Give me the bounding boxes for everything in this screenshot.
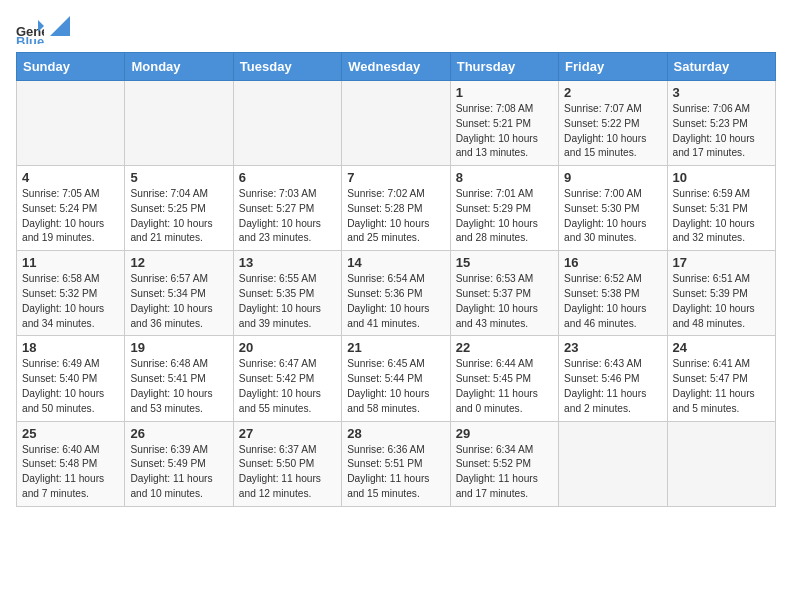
svg-marker-3 [50, 16, 70, 36]
day-info: Sunrise: 6:40 AM Sunset: 5:48 PM Dayligh… [22, 443, 119, 502]
calendar-cell: 5Sunrise: 7:04 AM Sunset: 5:25 PM Daylig… [125, 166, 233, 251]
day-info: Sunrise: 7:06 AM Sunset: 5:23 PM Dayligh… [673, 102, 770, 161]
day-number: 6 [239, 170, 336, 185]
day-info: Sunrise: 6:37 AM Sunset: 5:50 PM Dayligh… [239, 443, 336, 502]
day-info: Sunrise: 6:55 AM Sunset: 5:35 PM Dayligh… [239, 272, 336, 331]
day-number: 8 [456, 170, 553, 185]
day-info: Sunrise: 6:44 AM Sunset: 5:45 PM Dayligh… [456, 357, 553, 416]
day-number: 12 [130, 255, 227, 270]
calendar-cell: 29Sunrise: 6:34 AM Sunset: 5:52 PM Dayli… [450, 421, 558, 506]
day-info: Sunrise: 7:04 AM Sunset: 5:25 PM Dayligh… [130, 187, 227, 246]
day-number: 11 [22, 255, 119, 270]
logo-triangle-icon [50, 16, 70, 36]
calendar-cell: 8Sunrise: 7:01 AM Sunset: 5:29 PM Daylig… [450, 166, 558, 251]
calendar-cell [342, 81, 450, 166]
day-number: 27 [239, 426, 336, 441]
day-info: Sunrise: 7:00 AM Sunset: 5:30 PM Dayligh… [564, 187, 661, 246]
day-number: 15 [456, 255, 553, 270]
day-number: 5 [130, 170, 227, 185]
day-number: 2 [564, 85, 661, 100]
day-number: 28 [347, 426, 444, 441]
calendar-cell: 12Sunrise: 6:57 AM Sunset: 5:34 PM Dayli… [125, 251, 233, 336]
weekday-header-saturday: Saturday [667, 53, 775, 81]
calendar-week-5: 25Sunrise: 6:40 AM Sunset: 5:48 PM Dayli… [17, 421, 776, 506]
day-info: Sunrise: 6:49 AM Sunset: 5:40 PM Dayligh… [22, 357, 119, 416]
calendar-cell: 6Sunrise: 7:03 AM Sunset: 5:27 PM Daylig… [233, 166, 341, 251]
calendar-cell: 11Sunrise: 6:58 AM Sunset: 5:32 PM Dayli… [17, 251, 125, 336]
calendar-cell: 17Sunrise: 6:51 AM Sunset: 5:39 PM Dayli… [667, 251, 775, 336]
day-number: 26 [130, 426, 227, 441]
calendar-cell: 2Sunrise: 7:07 AM Sunset: 5:22 PM Daylig… [559, 81, 667, 166]
day-info: Sunrise: 6:39 AM Sunset: 5:49 PM Dayligh… [130, 443, 227, 502]
calendar-cell: 9Sunrise: 7:00 AM Sunset: 5:30 PM Daylig… [559, 166, 667, 251]
day-info: Sunrise: 6:58 AM Sunset: 5:32 PM Dayligh… [22, 272, 119, 331]
day-number: 21 [347, 340, 444, 355]
day-info: Sunrise: 6:43 AM Sunset: 5:46 PM Dayligh… [564, 357, 661, 416]
logo-icon: General Blue [16, 16, 44, 44]
day-number: 1 [456, 85, 553, 100]
calendar-cell: 16Sunrise: 6:52 AM Sunset: 5:38 PM Dayli… [559, 251, 667, 336]
day-number: 18 [22, 340, 119, 355]
day-info: Sunrise: 7:01 AM Sunset: 5:29 PM Dayligh… [456, 187, 553, 246]
calendar-cell: 18Sunrise: 6:49 AM Sunset: 5:40 PM Dayli… [17, 336, 125, 421]
calendar-cell: 13Sunrise: 6:55 AM Sunset: 5:35 PM Dayli… [233, 251, 341, 336]
day-number: 20 [239, 340, 336, 355]
weekday-header-friday: Friday [559, 53, 667, 81]
day-info: Sunrise: 6:57 AM Sunset: 5:34 PM Dayligh… [130, 272, 227, 331]
day-info: Sunrise: 6:54 AM Sunset: 5:36 PM Dayligh… [347, 272, 444, 331]
page-header: General Blue [16, 16, 776, 44]
day-info: Sunrise: 6:36 AM Sunset: 5:51 PM Dayligh… [347, 443, 444, 502]
day-info: Sunrise: 6:48 AM Sunset: 5:41 PM Dayligh… [130, 357, 227, 416]
day-info: Sunrise: 7:08 AM Sunset: 5:21 PM Dayligh… [456, 102, 553, 161]
weekday-header-monday: Monday [125, 53, 233, 81]
weekday-header-sunday: Sunday [17, 53, 125, 81]
calendar-week-4: 18Sunrise: 6:49 AM Sunset: 5:40 PM Dayli… [17, 336, 776, 421]
calendar-cell: 1Sunrise: 7:08 AM Sunset: 5:21 PM Daylig… [450, 81, 558, 166]
calendar-cell: 15Sunrise: 6:53 AM Sunset: 5:37 PM Dayli… [450, 251, 558, 336]
day-info: Sunrise: 6:51 AM Sunset: 5:39 PM Dayligh… [673, 272, 770, 331]
day-info: Sunrise: 6:52 AM Sunset: 5:38 PM Dayligh… [564, 272, 661, 331]
calendar-cell [559, 421, 667, 506]
day-info: Sunrise: 6:59 AM Sunset: 5:31 PM Dayligh… [673, 187, 770, 246]
svg-text:Blue: Blue [16, 34, 44, 44]
day-number: 19 [130, 340, 227, 355]
logo: General Blue [16, 16, 70, 44]
calendar-cell: 25Sunrise: 6:40 AM Sunset: 5:48 PM Dayli… [17, 421, 125, 506]
weekday-header-wednesday: Wednesday [342, 53, 450, 81]
calendar-cell: 23Sunrise: 6:43 AM Sunset: 5:46 PM Dayli… [559, 336, 667, 421]
day-number: 7 [347, 170, 444, 185]
calendar-cell: 10Sunrise: 6:59 AM Sunset: 5:31 PM Dayli… [667, 166, 775, 251]
calendar-cell: 22Sunrise: 6:44 AM Sunset: 5:45 PM Dayli… [450, 336, 558, 421]
calendar-table: SundayMondayTuesdayWednesdayThursdayFrid… [16, 52, 776, 507]
day-info: Sunrise: 7:03 AM Sunset: 5:27 PM Dayligh… [239, 187, 336, 246]
calendar-cell: 14Sunrise: 6:54 AM Sunset: 5:36 PM Dayli… [342, 251, 450, 336]
day-info: Sunrise: 6:47 AM Sunset: 5:42 PM Dayligh… [239, 357, 336, 416]
calendar-week-2: 4Sunrise: 7:05 AM Sunset: 5:24 PM Daylig… [17, 166, 776, 251]
calendar-cell: 19Sunrise: 6:48 AM Sunset: 5:41 PM Dayli… [125, 336, 233, 421]
calendar-cell [17, 81, 125, 166]
calendar-week-1: 1Sunrise: 7:08 AM Sunset: 5:21 PM Daylig… [17, 81, 776, 166]
day-number: 16 [564, 255, 661, 270]
day-number: 22 [456, 340, 553, 355]
calendar-header: SundayMondayTuesdayWednesdayThursdayFrid… [17, 53, 776, 81]
day-number: 17 [673, 255, 770, 270]
calendar-cell: 27Sunrise: 6:37 AM Sunset: 5:50 PM Dayli… [233, 421, 341, 506]
day-number: 9 [564, 170, 661, 185]
day-info: Sunrise: 6:45 AM Sunset: 5:44 PM Dayligh… [347, 357, 444, 416]
day-info: Sunrise: 7:05 AM Sunset: 5:24 PM Dayligh… [22, 187, 119, 246]
calendar-cell: 20Sunrise: 6:47 AM Sunset: 5:42 PM Dayli… [233, 336, 341, 421]
day-number: 10 [673, 170, 770, 185]
day-number: 23 [564, 340, 661, 355]
calendar-cell [667, 421, 775, 506]
weekday-header-thursday: Thursday [450, 53, 558, 81]
calendar-cell [125, 81, 233, 166]
calendar-cell: 21Sunrise: 6:45 AM Sunset: 5:44 PM Dayli… [342, 336, 450, 421]
day-number: 24 [673, 340, 770, 355]
calendar-cell [233, 81, 341, 166]
day-info: Sunrise: 7:02 AM Sunset: 5:28 PM Dayligh… [347, 187, 444, 246]
day-number: 13 [239, 255, 336, 270]
day-number: 29 [456, 426, 553, 441]
calendar-cell: 26Sunrise: 6:39 AM Sunset: 5:49 PM Dayli… [125, 421, 233, 506]
day-info: Sunrise: 7:07 AM Sunset: 5:22 PM Dayligh… [564, 102, 661, 161]
calendar-cell: 28Sunrise: 6:36 AM Sunset: 5:51 PM Dayli… [342, 421, 450, 506]
